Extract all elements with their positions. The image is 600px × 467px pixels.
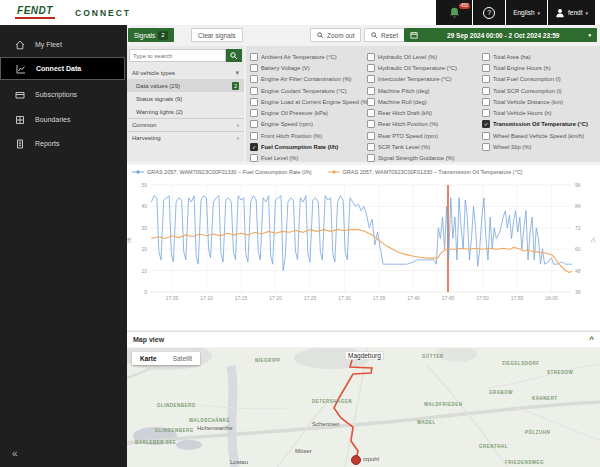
checkbox-icon[interactable] — [367, 132, 375, 140]
vehicle-marker[interactable] — [352, 456, 361, 465]
checkbox-icon[interactable] — [250, 154, 258, 162]
x-axis-tick: 17:40 — [402, 295, 426, 301]
checkbox-icon[interactable] — [482, 109, 490, 117]
checkbox-icon[interactable] — [367, 143, 375, 151]
checkbox-icon[interactable] — [250, 132, 258, 140]
reset-button[interactable]: Reset — [364, 28, 405, 42]
signal-checkbox-item[interactable]: Battery Voltage (V) — [250, 62, 370, 73]
signal-checkbox-item[interactable]: Hydraulic Oil Temperature (°C) — [367, 62, 457, 73]
x-axis-tick: 17:45 — [436, 295, 460, 301]
signals-button-label: Signals — [134, 32, 155, 39]
checkbox-icon[interactable] — [482, 98, 490, 106]
help-button[interactable]: ? — [473, 0, 505, 25]
signals-button[interactable]: Signals 2 — [128, 28, 174, 42]
map-view-header[interactable]: Map view ^ — [127, 331, 600, 347]
signal-label: Rear Hitch Position (%) — [378, 121, 438, 127]
signal-checkbox-item[interactable]: Total Vehicle Distance (km) — [482, 96, 588, 107]
zoom-out-button[interactable]: Zoom out — [310, 28, 361, 42]
filter-row-data-values-29-[interactable]: Data values (29)2 — [127, 79, 244, 92]
signal-checkbox-item[interactable]: Rear PTO Speed (rpm) — [367, 130, 457, 141]
map-type-button-satellit[interactable]: Satellit — [165, 352, 201, 365]
checkbox-icon[interactable] — [367, 109, 375, 117]
clear-signals-button[interactable]: Clear signals — [191, 28, 243, 42]
notifications-button[interactable]: 450 — [436, 0, 472, 25]
signal-checkbox-item[interactable]: Total SCR Consumption (l) — [482, 85, 588, 96]
checkbox-icon[interactable] — [250, 87, 258, 95]
language-selector[interactable]: English ▾ — [506, 0, 547, 25]
filter-row-harvesting[interactable]: Harvesting› — [127, 131, 244, 144]
x-axis-tick: 17:55 — [505, 295, 529, 301]
checkbox-icon[interactable] — [250, 120, 258, 128]
signal-checkbox-item[interactable]: Total Engine Hours (h) — [482, 62, 588, 73]
signal-checkbox-item[interactable]: Signal Strength Guidance (%) — [367, 153, 457, 164]
signal-checkbox-item[interactable]: Engine Oil Pressure (kPa) — [250, 107, 370, 118]
signal-checkbox-item[interactable]: Engine Coolant Temperature (°C) — [250, 85, 370, 96]
checkbox-icon[interactable] — [482, 143, 490, 151]
signal-checkbox-item[interactable]: Fuel Level (%) — [250, 153, 370, 164]
signal-checkbox-item[interactable]: Engine Air Filter Contamination (%) — [250, 74, 370, 85]
signal-checkbox-item[interactable]: Machine Pitch (deg) — [367, 85, 457, 96]
checkbox-icon[interactable] — [367, 154, 375, 162]
left-axis-tick: 0 — [131, 289, 147, 295]
sidebar-item-reports[interactable]: Reports — [0, 132, 125, 155]
checkbox-icon[interactable] — [250, 98, 258, 106]
signal-checkbox-item[interactable]: Ambient Air Temperature (°C) — [250, 51, 370, 62]
app-title: CONNECT — [75, 8, 131, 18]
signal-checkbox-item[interactable]: Hydraulic Oil Level (%) — [367, 51, 457, 62]
sidebar-collapse-button[interactable]: « — [12, 448, 18, 459]
signal-checkbox-item[interactable]: ✓Transmission Oil Temperature (°C) — [482, 119, 588, 130]
filter-row-common[interactable]: Common› — [127, 118, 244, 131]
checkbox-icon[interactable] — [250, 53, 258, 61]
signal-checkbox-item[interactable]: SCR Tank Level (%) — [367, 141, 457, 152]
signal-label: Front Hitch Position (%) — [261, 133, 322, 139]
signal-checkbox-item[interactable]: Machine Roll (deg) — [367, 96, 457, 107]
checkbox-icon[interactable] — [367, 120, 375, 128]
map-label: BARLEBER SEE — [135, 440, 176, 445]
chevron-up-icon[interactable]: ^ — [589, 335, 594, 344]
checkbox-icon[interactable] — [482, 87, 490, 95]
signal-checkbox-item[interactable]: Engine Load at Current Engine Speed (%) — [250, 96, 370, 107]
signal-checkbox-item[interactable]: Wheel Slip (%) — [482, 141, 588, 152]
signal-checkbox-item[interactable]: Total Fuel Consumption (l) — [482, 74, 588, 85]
signal-checkbox-item[interactable]: Total Area (ha) — [482, 51, 588, 62]
checkbox-icon[interactable] — [482, 75, 490, 83]
user-menu[interactable]: fendt ▾ — [548, 0, 595, 25]
search-button[interactable] — [226, 49, 242, 62]
left-axis-tick: 20 — [131, 246, 147, 252]
date-range-button[interactable]: 29 Sep 2024 00:00 - 2 Oct 2024 23:59 ▾ — [404, 28, 597, 42]
checkbox-icon[interactable] — [367, 75, 375, 83]
signal-checkbox-item[interactable]: Front Hitch Position (%) — [250, 130, 370, 141]
signal-label: SCR Tank Level (%) — [378, 144, 430, 150]
map-type-button-karte[interactable]: Karte — [132, 352, 165, 365]
checkbox-icon[interactable] — [250, 109, 258, 117]
checkbox-icon[interactable]: ✓ — [482, 120, 490, 128]
signal-checkbox-item[interactable]: Intercooler Temperature (°C) — [367, 74, 457, 85]
sidebar-item-connect-data[interactable]: Connect Data — [0, 57, 125, 80]
checkbox-icon[interactable] — [367, 64, 375, 72]
signal-checkbox-item[interactable]: ✓Fuel Consumption Rate (l/h) — [250, 141, 370, 152]
signal-checkbox-item[interactable]: Rear Hitch Draft (kN) — [367, 107, 457, 118]
checkbox-icon[interactable] — [367, 53, 375, 61]
search-input[interactable] — [129, 49, 226, 62]
checkbox-icon[interactable] — [482, 53, 490, 61]
vehicle-types-dropdown[interactable]: All vehicle types ▾ — [127, 66, 244, 79]
map-canvas[interactable]: KarteSatellit MagdeburgNIEGRIPPGÜTTERZIE… — [127, 348, 600, 467]
checkbox-icon[interactable] — [250, 75, 258, 83]
sidebar-item-boundaries[interactable]: Boundaries — [0, 108, 125, 131]
checkbox-icon[interactable] — [482, 64, 490, 72]
checkbox-icon[interactable] — [367, 87, 375, 95]
checkbox-icon[interactable]: ✓ — [250, 143, 258, 151]
signal-checkbox-item[interactable]: Engine Speed (rpm) — [250, 119, 370, 130]
filter-row-warning-lights-2-[interactable]: Warning lights (2) — [127, 105, 244, 118]
sidebar-item-my-fleet[interactable]: My Fleet — [0, 33, 125, 56]
filter-row-status-signals-9-[interactable]: Status signals (9) — [127, 92, 244, 105]
signal-checkbox-item[interactable]: Total Vehicle Hours (h) — [482, 107, 588, 118]
signal-checkbox-item[interactable]: Wheel Based Vehicle Speed (km/h) — [482, 130, 588, 141]
sidebar-item-subscriptions[interactable]: Subscriptions — [0, 83, 125, 106]
sidebar-item-label: My Fleet — [35, 41, 62, 48]
fendt-logo[interactable]: FENDT — [7, 2, 63, 23]
checkbox-icon[interactable] — [482, 132, 490, 140]
signal-checkbox-item[interactable]: Rear Hitch Position (%) — [367, 119, 457, 130]
checkbox-icon[interactable] — [367, 98, 375, 106]
checkbox-icon[interactable] — [250, 64, 258, 72]
